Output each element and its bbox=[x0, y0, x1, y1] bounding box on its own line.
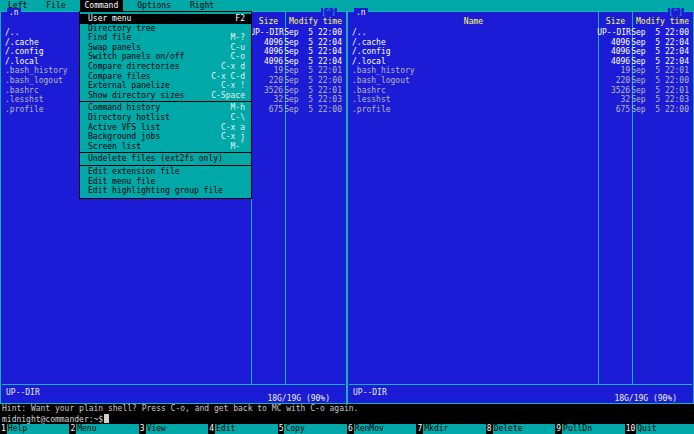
fkey-label: Edit bbox=[215, 424, 278, 434]
fkey-label: RenMov bbox=[354, 424, 417, 434]
fkey-8-delete[interactable]: 8Delete bbox=[486, 424, 555, 434]
fkey-number: 7 bbox=[416, 424, 423, 434]
file-size: 4096 bbox=[597, 38, 631, 48]
dropdown-item-find-file[interactable]: Find fileM-? bbox=[80, 33, 251, 43]
file-size: 4096 bbox=[597, 57, 631, 67]
fkey-2-menu[interactable]: 2Menu bbox=[69, 424, 138, 434]
menu-group: Undelete files (ext2fs only) bbox=[80, 152, 251, 165]
dropdown-item-show-directory-sizes[interactable]: Show directory sizesC-Space bbox=[80, 91, 251, 101]
dropdown-item-shortcut: C-x C-d bbox=[211, 72, 245, 82]
fkey-7-mkdir[interactable]: 7Mkdir bbox=[416, 424, 485, 434]
fkey-number: 6 bbox=[347, 424, 354, 434]
column-header-name[interactable]: Name bbox=[349, 17, 598, 27]
dropdown-item-shortcut: C-u bbox=[231, 43, 245, 53]
column-header-size[interactable]: Size bbox=[598, 17, 633, 27]
column-header-mtime[interactable]: Modify time bbox=[286, 17, 345, 27]
fkey-label: Quit bbox=[636, 424, 694, 434]
dropdown-item-directory-tree[interactable]: Directory tree bbox=[80, 24, 251, 34]
menubar-item-command[interactable]: Command bbox=[80, 0, 124, 11]
menubar-item-file[interactable]: File bbox=[41, 0, 70, 11]
menu-group: User menuF2Directory treeFind fileM-?Swa… bbox=[80, 13, 251, 101]
dropdown-item-shortcut: M-h bbox=[231, 103, 245, 113]
dropdown-item-background-jobs[interactable]: Background jobsC-x j bbox=[80, 132, 251, 142]
file-mtime: Sep 5 22:04 bbox=[284, 47, 345, 57]
file-row-bash-logout[interactable]: .bash_logout220Sep 5 22:00 bbox=[349, 76, 692, 86]
file-row-local[interactable]: /.local4096Sep 5 22:04 bbox=[349, 57, 692, 67]
file-mtime: Sep 5 22:03 bbox=[631, 95, 692, 105]
fkey-label: Delete bbox=[493, 424, 556, 434]
fkey-5-copy[interactable]: 5Copy bbox=[278, 424, 347, 434]
dropdown-item-swap-panels[interactable]: Swap panelsC-u bbox=[80, 43, 251, 53]
file-row-bashrc[interactable]: .bashrc3526Sep 5 22:01 bbox=[349, 86, 692, 96]
dropdown-item-undelete-files-ext2fs-only[interactable]: Undelete files (ext2fs only) bbox=[80, 154, 251, 164]
dropdown-item-edit-menu-file[interactable]: Edit menu file bbox=[80, 177, 251, 187]
fkey-label: Menu bbox=[76, 424, 139, 434]
dropdown-item-label: Active VFS list bbox=[88, 123, 221, 133]
file-row-bash-history[interactable]: .bash_history19Sep 5 22:01 bbox=[349, 66, 692, 76]
right-panel-free-space: 18G/19G (90%) bbox=[611, 394, 680, 403]
function-key-bar: 1Help2Menu3View4Edit5Copy6RenMov7Mkdir8D… bbox=[0, 424, 694, 434]
menubar-item-right[interactable]: Right bbox=[185, 0, 219, 11]
menu-bar: LeftFileCommandOptionsRight bbox=[0, 0, 694, 11]
fkey-6-renmov[interactable]: 6RenMov bbox=[347, 424, 416, 434]
dropdown-item-shortcut: C-x a bbox=[221, 123, 245, 133]
dropdown-item-edit-extension-file[interactable]: Edit extension file bbox=[80, 167, 251, 177]
dropdown-item-shortcut: C-x ! bbox=[221, 81, 245, 91]
dropdown-item-shortcut: C-o bbox=[231, 52, 245, 62]
dropdown-item-external-panelize[interactable]: External panelizeC-x ! bbox=[80, 81, 251, 91]
file-size: 3526 bbox=[597, 86, 631, 96]
dropdown-item-label: Edit extension file bbox=[88, 167, 245, 177]
dropdown-item-shortcut: F2 bbox=[235, 14, 245, 24]
file-mtime: Sep 5 22:00 bbox=[631, 28, 692, 38]
file-row-cache[interactable]: /.cache4096Sep 5 22:04 bbox=[349, 38, 692, 48]
file-size: UP--DIR bbox=[597, 28, 631, 38]
dropdown-item-screen-list[interactable]: Screen listM-` bbox=[80, 142, 251, 152]
file-row-config[interactable]: /.config4096Sep 5 22:04 bbox=[349, 47, 692, 57]
left-panel-mini-status: UP--DIR bbox=[6, 388, 40, 397]
fkey-label: Copy bbox=[284, 424, 347, 434]
file-mtime: Sep 5 22:04 bbox=[284, 38, 345, 48]
dropdown-item-label: Find file bbox=[88, 33, 231, 43]
dropdown-item-command-history[interactable]: Command historyM-h bbox=[80, 103, 251, 113]
file-mtime: Sep 5 22:01 bbox=[284, 66, 345, 76]
right-panel-path: .n bbox=[354, 8, 368, 17]
dropdown-item-compare-files[interactable]: Compare filesC-x C-d bbox=[80, 72, 251, 82]
fkey-10-quit[interactable]: 10Quit bbox=[625, 424, 694, 434]
dropdown-item-user-menu[interactable]: User menuF2 bbox=[80, 14, 251, 24]
dropdown-item-edit-highlighting-group-file[interactable]: Edit highlighting group file bbox=[80, 186, 251, 196]
text-cursor bbox=[104, 414, 109, 423]
file-mtime: Sep 5 22:04 bbox=[631, 47, 692, 57]
file-name: /.. bbox=[349, 28, 597, 38]
fkey-number: 4 bbox=[208, 424, 215, 434]
file-mtime: Sep 5 22:00 bbox=[284, 76, 345, 86]
menubar-item-options[interactable]: Options bbox=[132, 0, 176, 11]
dropdown-item-label: Edit menu file bbox=[88, 177, 245, 187]
file-mtime: Sep 5 22:04 bbox=[284, 57, 345, 67]
dropdown-item-compare-directories[interactable]: Compare directoriesC-x d bbox=[80, 62, 251, 72]
dropdown-item-switch-panels-on-off[interactable]: Switch panels on/offC-o bbox=[80, 52, 251, 62]
right-panel: .n [^] Name Size Modify time /..UP--DIRS… bbox=[347, 11, 694, 404]
dropdown-item-label: Edit highlighting group file bbox=[88, 186, 245, 196]
column-header-size[interactable]: Size bbox=[251, 17, 286, 27]
right-panel-sort-up-icon[interactable]: [^] bbox=[668, 8, 684, 17]
column-header-mtime[interactable]: Modify time bbox=[633, 17, 692, 27]
fkey-3-view[interactable]: 3View bbox=[139, 424, 208, 434]
fkey-number: 8 bbox=[486, 424, 493, 434]
file-row-lesshst[interactable]: .lesshst32Sep 5 22:03 bbox=[349, 95, 692, 105]
dropdown-item-shortcut: C-Space bbox=[211, 91, 245, 101]
file-size: 4096 bbox=[250, 47, 284, 57]
file-mtime: Sep 5 22:04 bbox=[631, 57, 692, 67]
shell-command-line[interactable]: midnight@commander:~$ bbox=[2, 414, 109, 424]
fkey-number: 1 bbox=[0, 424, 7, 434]
file-row-[interactable]: /..UP--DIRSep 5 22:00 bbox=[349, 28, 692, 38]
fkey-1-help[interactable]: 1Help bbox=[0, 424, 69, 434]
dropdown-item-directory-hotlist[interactable]: Directory hotlistC-\ bbox=[80, 113, 251, 123]
fkey-4-edit[interactable]: 4Edit bbox=[208, 424, 277, 434]
dropdown-item-label: Directory hotlist bbox=[88, 113, 231, 123]
left-panel-sort-up-icon[interactable]: [^] bbox=[321, 8, 337, 17]
fkey-9-pulldn[interactable]: 9PullDn bbox=[555, 424, 624, 434]
dropdown-item-active-vfs-list[interactable]: Active VFS listC-x a bbox=[80, 123, 251, 133]
file-row-profile[interactable]: .profile675Sep 5 22:00 bbox=[349, 105, 692, 115]
file-size: 675 bbox=[597, 105, 631, 115]
file-size: 220 bbox=[250, 76, 284, 86]
